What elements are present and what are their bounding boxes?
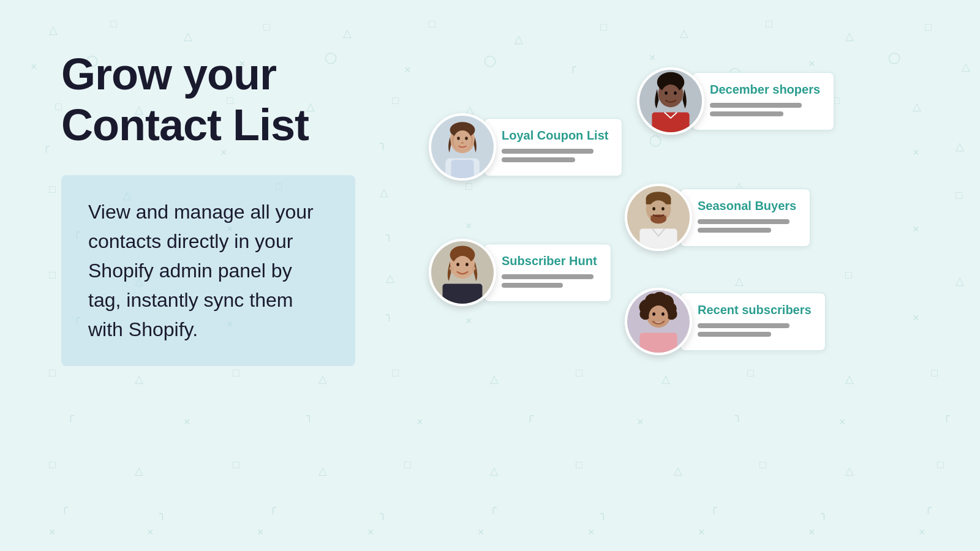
card-recent-subscribers: Recent subscribers xyxy=(625,288,826,355)
card-december-shopers-title: December shopers xyxy=(710,83,820,97)
card-subscriber-hunt-bar2 xyxy=(502,283,563,288)
card-loyal-coupon: Loyal Coupon List xyxy=(429,113,622,181)
card-loyal-coupon-title: Loyal Coupon List xyxy=(502,129,608,143)
svg-point-18 xyxy=(472,267,476,271)
svg-point-22 xyxy=(661,84,680,106)
card-december-shopers-bar2 xyxy=(710,111,783,116)
svg-point-23 xyxy=(665,91,668,95)
card-subscriber-hunt: Subscriber Hunt xyxy=(429,239,611,306)
card-recent-subscribers-info: Recent subscribers xyxy=(680,293,826,351)
card-seasonal-buyers-bar2 xyxy=(698,228,771,233)
svg-point-17 xyxy=(450,267,453,271)
svg-point-14 xyxy=(456,263,459,266)
svg-rect-25 xyxy=(652,113,689,132)
svg-point-24 xyxy=(674,91,677,95)
svg-point-32 xyxy=(652,207,655,211)
card-december-shopers: December shopers xyxy=(637,67,834,135)
card-loyal-coupon-info: Loyal Coupon List xyxy=(484,118,622,176)
svg-point-6 xyxy=(465,137,468,140)
right-panel: Loyal Coupon List xyxy=(392,0,980,551)
svg-point-7 xyxy=(461,142,464,144)
card-seasonal-buyers-bar1 xyxy=(698,219,790,224)
card-december-shopers-bar1 xyxy=(710,103,802,108)
card-seasonal-buyers-title: Seasonal Buyers xyxy=(698,199,796,213)
avatar-seasonal-buyers xyxy=(625,184,692,251)
avatar-december-shopers xyxy=(637,67,704,135)
card-loyal-coupon-bar2 xyxy=(502,157,575,162)
card-recent-subscribers-bar2 xyxy=(698,332,771,337)
main-title: Grow your Contact List xyxy=(61,49,355,151)
svg-point-33 xyxy=(662,207,665,211)
svg-point-5 xyxy=(457,137,460,140)
avatar-recent-subscribers xyxy=(625,288,692,355)
svg-point-45 xyxy=(652,312,655,316)
svg-rect-16 xyxy=(443,284,483,304)
svg-rect-47 xyxy=(639,333,677,353)
card-loyal-coupon-bar1 xyxy=(502,149,594,154)
avatar-subscriber-hunt xyxy=(429,239,496,306)
description-text: View and manage all your contacts direct… xyxy=(88,197,328,344)
svg-point-46 xyxy=(662,312,665,316)
card-subscriber-hunt-info: Subscriber Hunt xyxy=(484,244,611,302)
left-panel: Grow your Contact List View and manage a… xyxy=(0,0,392,403)
card-december-shopers-info: December shopers xyxy=(692,72,834,130)
card-seasonal-buyers-info: Seasonal Buyers xyxy=(680,189,810,247)
avatar-loyal-coupon xyxy=(429,113,496,181)
svg-point-15 xyxy=(466,263,469,266)
description-box: View and manage all your contacts direct… xyxy=(61,175,355,366)
card-subscriber-hunt-bar1 xyxy=(502,274,594,279)
card-subscriber-hunt-title: Subscriber Hunt xyxy=(502,254,597,268)
card-seasonal-buyers: Seasonal Buyers xyxy=(625,184,810,251)
card-recent-subscribers-bar1 xyxy=(698,323,790,328)
svg-rect-9 xyxy=(451,160,473,178)
card-recent-subscribers-title: Recent subscribers xyxy=(698,303,812,317)
svg-point-4 xyxy=(453,130,472,151)
svg-rect-34 xyxy=(639,229,677,249)
